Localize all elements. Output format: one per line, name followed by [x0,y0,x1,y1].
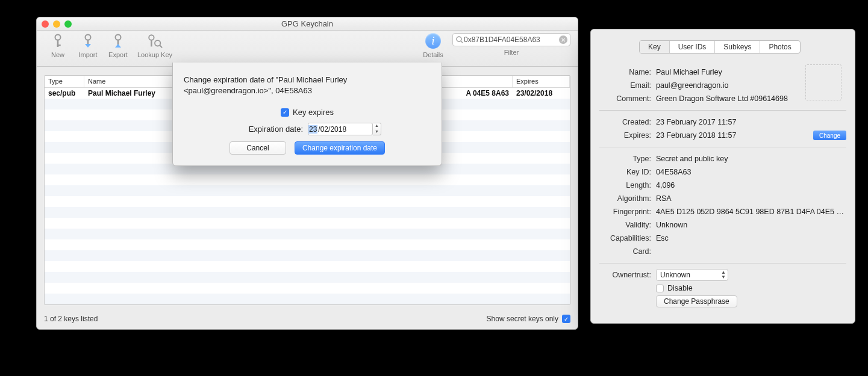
detail-capabilities: Esc [656,234,846,242]
detail-fingerprint: 4AE5 D125 052D 9864 5C91 98ED 87B1 D4FA … [656,208,846,216]
svg-point-9 [155,40,160,46]
svg-rect-2 [57,45,61,46]
tab-subkeys[interactable]: Subkeys [715,41,760,53]
key-expires-row: ✓ Key expires [184,108,431,117]
detail-email: paul@greendragon.io [656,81,846,90]
key-expires-checkbox[interactable]: ✓ [281,108,289,117]
change-expiry-button[interactable]: Change [813,131,846,140]
status-text: 1 of 2 keys listed [44,315,98,323]
search-field[interactable] [464,35,559,44]
svg-line-12 [461,41,463,43]
key-plus-icon [49,33,66,50]
detail-keyid: 04E58A63 [656,168,846,176]
expiration-date-input[interactable]: 23 /02/2018 [308,123,373,135]
clear-search-icon[interactable]: ✕ [559,35,567,44]
ownertrust-select[interactable]: Unknown ▲▼ [656,269,728,281]
window-title: GPG Keychain [37,19,578,28]
svg-point-7 [149,35,154,40]
key-in-icon [80,33,96,50]
change-passphrase-button[interactable]: Change Passphrase [656,295,737,307]
expiration-sheet: Change expiration date of "Paul Michael … [172,63,442,166]
maximize-icon[interactable] [64,20,72,28]
secret-only-toggle[interactable]: Show secret keys only ✓ [487,315,570,323]
tab-key[interactable]: Key [640,41,670,53]
disable-checkbox[interactable] [656,285,664,292]
inspector-panel: Key User IDs Subkeys Photos Name:Paul Mi… [590,29,855,324]
cancel-button[interactable]: Cancel [229,141,286,155]
toolbar: New Import Export Lookup Key i Details [37,31,578,67]
detail-created: 23 February 2017 11:57 [656,118,846,126]
svg-point-5 [116,35,121,40]
inspector-tabs: Key User IDs Subkeys Photos [639,40,801,54]
col-expires[interactable]: Expires [513,76,570,87]
detail-name: Paul Michael Furley [656,68,846,76]
minimize-icon[interactable] [53,20,60,28]
sheet-title: Change expiration date of "Paul Michael … [184,75,431,96]
search-input[interactable]: ✕ [452,33,570,46]
key-out-icon [110,33,126,50]
close-icon[interactable] [42,20,49,28]
filter-section: ✕ Filter [451,33,572,56]
key-details: Name:Paul Michael Furley Email:paul@gree… [599,66,846,308]
detail-comment: Green Dragon Software Ltd #09614698 [656,94,846,103]
titlebar: GPG Keychain [37,17,578,31]
import-button[interactable]: Import [73,33,103,58]
date-stepper[interactable]: ▲ ▼ [373,123,381,135]
col-type[interactable]: Type [45,76,84,87]
detail-length: 4,096 [656,181,846,190]
detail-validity: Unknown [656,221,846,229]
svg-point-3 [86,35,91,40]
svg-point-11 [457,37,461,42]
traffic-lights [42,20,72,28]
chevron-up-icon: ▲ [373,123,381,129]
search-icon [455,35,464,44]
tab-photos[interactable]: Photos [760,41,799,53]
detail-type: Secret and public key [656,155,846,163]
lookup-button[interactable]: Lookup Key [133,33,176,58]
change-expiration-button[interactable]: Change expiration date [295,141,385,155]
select-updown-icon: ▲▼ [721,270,726,280]
tab-userids[interactable]: User IDs [670,41,716,53]
svg-line-10 [160,46,162,48]
detail-expires: 23 February 2018 11:57 [656,131,813,140]
key-search-icon [146,33,163,50]
detail-algorithm: RSA [656,194,846,203]
expiration-date-row: Expiration date: 23 /02/2018 ▲ ▼ [184,123,431,135]
checkbox-checked-icon: ✓ [562,315,570,323]
col-fingerprint[interactable] [431,76,513,87]
svg-point-0 [55,35,61,40]
svg-rect-8 [151,40,152,46]
chevron-down-icon: ▼ [373,129,381,135]
details-button[interactable]: i Details [415,33,451,58]
info-icon: i [425,33,441,49]
export-button[interactable]: Export [103,33,133,58]
new-button[interactable]: New [43,33,73,58]
